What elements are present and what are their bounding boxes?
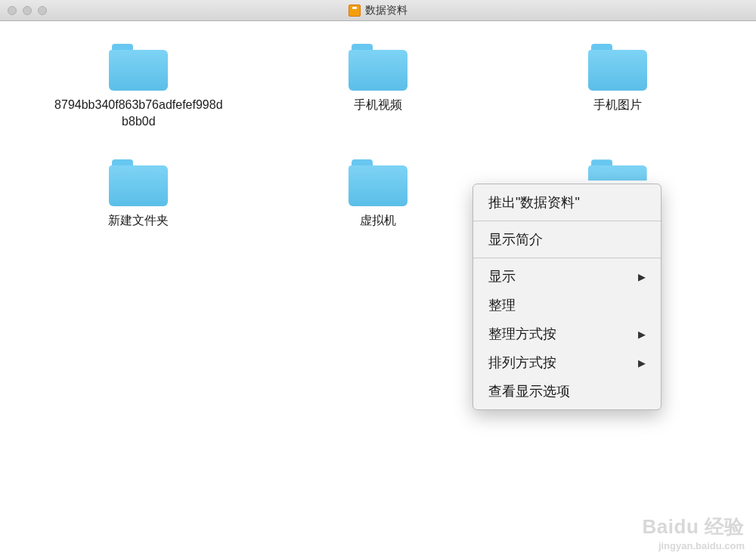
folder-item[interactable]: 新建文件夹 <box>48 159 229 229</box>
menu-separator <box>473 258 661 258</box>
submenu-arrow-icon: ▶ <box>638 329 646 340</box>
menu-item-arrange-by[interactable]: 排列方式按 ▶ <box>473 348 661 377</box>
menu-item-label: 查看显示选项 <box>488 382 570 400</box>
submenu-arrow-icon: ▶ <box>638 357 646 369</box>
folder-label: 手机图片 <box>593 97 642 113</box>
menu-item-label: 显示简介 <box>488 230 543 249</box>
traffic-lights <box>8 6 47 15</box>
folder-item[interactable]: 8794bb340f863b76adfefef998db8b0d <box>48 44 229 129</box>
window-title: 数据资料 <box>349 4 407 17</box>
folder-icon <box>588 44 647 91</box>
context-menu: 推出"数据资料" 显示简介 显示 ▶ 整理 整理方式按 ▶ 排列方式按 ▶ 查看… <box>472 184 662 410</box>
watermark-sub: jingyan.baidu.com <box>643 540 745 551</box>
folder-label: 8794bb340f863b76adfefef998db8b0d <box>51 97 225 129</box>
minimize-button[interactable] <box>23 6 32 15</box>
folder-item[interactable]: 手机视频 <box>287 44 469 129</box>
submenu-arrow-icon: ▶ <box>638 271 646 283</box>
menu-item-view-options[interactable]: 查看显示选项 <box>473 377 661 406</box>
close-button[interactable] <box>8 6 17 15</box>
watermark: Baidu 经验 jingyan.baidu.com <box>643 514 745 551</box>
menu-item-label: 推出"数据资料" <box>488 193 580 212</box>
menu-separator <box>473 221 661 221</box>
folder-label: 新建文件夹 <box>108 212 169 229</box>
window-title-text: 数据资料 <box>365 4 407 17</box>
folder-item[interactable]: 手机图片 <box>527 44 708 129</box>
folder-icon <box>349 159 407 206</box>
folder-label: 虚拟机 <box>360 212 396 229</box>
menu-item-label: 整理方式按 <box>488 325 556 343</box>
menu-item-get-info[interactable]: 显示简介 <box>473 225 661 254</box>
zoom-button[interactable] <box>38 6 47 15</box>
watermark-main: Baidu 经验 <box>643 514 745 540</box>
menu-item-eject[interactable]: 推出"数据资料" <box>473 188 661 217</box>
menu-item-label: 整理 <box>488 296 516 314</box>
folder-item[interactable]: 虚拟机 <box>287 159 469 229</box>
menu-item-organize[interactable]: 整理 <box>473 291 661 320</box>
menu-item-label: 显示 <box>488 267 516 286</box>
folder-icon <box>109 44 168 91</box>
folder-icon <box>109 159 168 206</box>
menu-item-label: 排列方式按 <box>488 354 556 372</box>
menu-item-show[interactable]: 显示 ▶ <box>473 262 661 291</box>
menu-item-organize-by[interactable]: 整理方式按 ▶ <box>473 320 661 348</box>
window-titlebar: 数据资料 <box>0 0 756 21</box>
drive-icon <box>349 5 361 17</box>
folder-label: 手机视频 <box>354 97 402 113</box>
folder-icon <box>349 44 407 91</box>
